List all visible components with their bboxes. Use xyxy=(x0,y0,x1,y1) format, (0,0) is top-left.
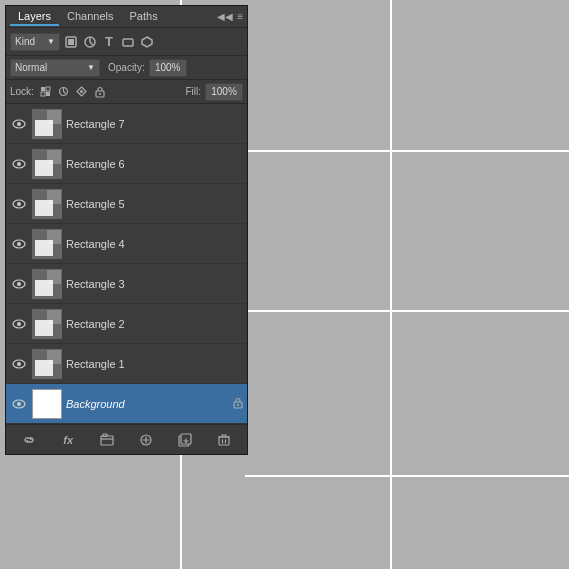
lock-label: Lock: xyxy=(10,86,34,97)
layer-name-rectangle1: Rectangle 1 xyxy=(66,358,243,370)
panel-footer: fx xyxy=(6,424,247,454)
tab-paths[interactable]: Paths xyxy=(122,8,166,26)
svg-point-34 xyxy=(17,282,21,286)
layer-item-rectangle4[interactable]: Rectangle 4 xyxy=(6,224,247,264)
layer-item-rectangle7[interactable]: Rectangle 7 xyxy=(6,104,247,144)
grid-line-h3 xyxy=(245,475,569,477)
layer-name-rectangle6: Rectangle 6 xyxy=(66,158,243,170)
svg-point-51 xyxy=(237,404,239,406)
svg-rect-57 xyxy=(219,437,229,445)
svg-rect-52 xyxy=(101,436,113,445)
svg-point-14 xyxy=(17,122,21,126)
layer-visibility-rectangle6[interactable] xyxy=(10,155,28,173)
double-arrow-icon[interactable]: ◀◀ xyxy=(217,11,233,22)
layer-visibility-rectangle2[interactable] xyxy=(10,315,28,333)
add-fx-button[interactable]: fx xyxy=(58,430,78,450)
smartobj-filter-icon[interactable] xyxy=(139,34,155,50)
shape-filter-icon[interactable] xyxy=(120,34,136,50)
layer-thumb-rectangle2 xyxy=(32,309,62,339)
layer-item-rectangle2[interactable]: Rectangle 2 xyxy=(6,304,247,344)
link-layers-button[interactable] xyxy=(19,430,39,450)
layer-locked-icon xyxy=(233,397,243,411)
svg-rect-6 xyxy=(46,87,50,91)
type-filter-icon[interactable]: T xyxy=(101,34,117,50)
grid-line-h2 xyxy=(245,310,569,312)
svg-rect-47 xyxy=(35,360,53,376)
layer-item-rectangle5[interactable]: Rectangle 5 xyxy=(6,184,247,224)
layer-thumb-rectangle1 xyxy=(32,349,62,379)
tab-channels[interactable]: Channels xyxy=(59,8,121,26)
layers-panel: Layers Channels Paths ◀◀ ≡ Kind ▼ T xyxy=(5,5,248,455)
grid-line-v1 xyxy=(390,0,392,569)
new-layer-button[interactable] xyxy=(175,430,195,450)
filter-icons-group: T xyxy=(63,34,155,50)
adjustment-filter-icon[interactable] xyxy=(82,34,98,50)
layer-item-rectangle1[interactable]: Rectangle 1 xyxy=(6,344,247,384)
opacity-input[interactable]: 100% xyxy=(149,59,187,77)
svg-point-19 xyxy=(17,162,21,166)
tab-layers[interactable]: Layers xyxy=(10,8,59,26)
svg-marker-4 xyxy=(142,37,152,47)
svg-point-44 xyxy=(17,362,21,366)
panel-tabs: Layers Channels Paths xyxy=(10,8,217,26)
layer-thumb-rectangle3 xyxy=(32,269,62,299)
filter-kind-dropdown[interactable]: Kind ▼ xyxy=(10,33,60,51)
new-group-button[interactable] xyxy=(97,430,117,450)
lock-all-icon[interactable] xyxy=(92,84,108,100)
filter-kind-label: Kind xyxy=(15,36,35,47)
layer-thumb-rectangle5 xyxy=(32,189,62,219)
lock-pixels-icon[interactable] xyxy=(56,84,72,100)
lock-icons xyxy=(38,84,108,100)
layer-name-rectangle2: Rectangle 2 xyxy=(66,318,243,330)
fill-value-text: 100% xyxy=(211,86,237,97)
layer-name-rectangle4: Rectangle 4 xyxy=(66,238,243,250)
fill-input[interactable]: 100% xyxy=(205,83,243,101)
svg-rect-27 xyxy=(35,200,53,216)
layer-name-rectangle3: Rectangle 3 xyxy=(66,278,243,290)
svg-rect-37 xyxy=(35,280,53,296)
svg-point-49 xyxy=(17,402,21,406)
blend-mode-arrow: ▼ xyxy=(87,63,95,72)
layer-name-background: Background xyxy=(66,398,229,410)
layer-visibility-rectangle3[interactable] xyxy=(10,275,28,293)
panel-menu-icon[interactable]: ≡ xyxy=(237,11,243,22)
layer-thumb-background xyxy=(32,389,62,419)
layer-item-rectangle3[interactable]: Rectangle 3 xyxy=(6,264,247,304)
svg-rect-53 xyxy=(103,434,107,437)
layer-name-rectangle7: Rectangle 7 xyxy=(66,118,243,130)
lock-position-icon[interactable] xyxy=(74,84,90,100)
fill-label: Fill: xyxy=(185,86,201,97)
panel-titlebar: Layers Channels Paths ◀◀ ≡ xyxy=(6,6,247,28)
layers-list: Rectangle 7 Rectangle 6 xyxy=(6,104,247,424)
filter-toolbar: Kind ▼ T xyxy=(6,28,247,56)
layer-thumb-rectangle6 xyxy=(32,149,62,179)
panel-title-icons: ◀◀ ≡ xyxy=(217,11,243,22)
svg-rect-42 xyxy=(35,320,53,336)
grid-line-h1 xyxy=(245,150,569,152)
svg-rect-17 xyxy=(35,120,53,136)
layer-name-rectangle5: Rectangle 5 xyxy=(66,198,243,210)
new-fill-button[interactable] xyxy=(136,430,156,450)
pixel-filter-icon[interactable] xyxy=(63,34,79,50)
blend-mode-dropdown[interactable]: Normal ▼ xyxy=(10,59,100,77)
layer-visibility-rectangle4[interactable] xyxy=(10,235,28,253)
svg-point-10 xyxy=(80,90,83,93)
layer-visibility-background[interactable] xyxy=(10,395,28,413)
svg-rect-1 xyxy=(68,39,74,45)
svg-rect-7 xyxy=(41,92,45,96)
filter-kind-arrow: ▼ xyxy=(47,37,55,46)
layer-thumb-rectangle4 xyxy=(32,229,62,259)
layer-visibility-rectangle7[interactable] xyxy=(10,115,28,133)
layer-visibility-rectangle5[interactable] xyxy=(10,195,28,213)
layer-visibility-rectangle1[interactable] xyxy=(10,355,28,373)
delete-layer-button[interactable] xyxy=(214,430,234,450)
opacity-value-text: 100% xyxy=(155,62,181,73)
svg-rect-8 xyxy=(46,92,50,96)
layer-thumb-rectangle7 xyxy=(32,109,62,139)
layer-item-background[interactable]: Background xyxy=(6,384,247,424)
svg-point-39 xyxy=(17,322,21,326)
blend-row: Normal ▼ Opacity: 100% xyxy=(6,56,247,80)
lock-transparent-icon[interactable] xyxy=(38,84,54,100)
layer-item-rectangle6[interactable]: Rectangle 6 xyxy=(6,144,247,184)
lock-row: Lock: Fill: 100% xyxy=(6,80,247,104)
